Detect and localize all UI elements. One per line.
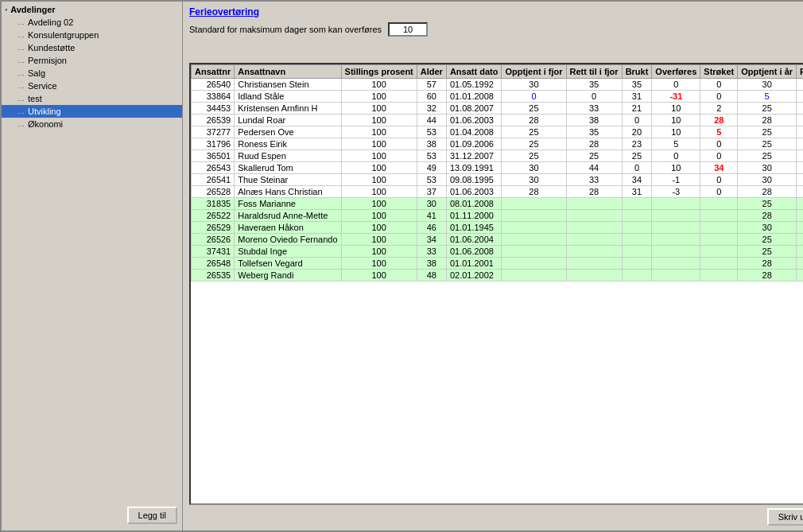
table-row[interactable]: 31796Roness Eirik1003801.09.200625282350… [192,138,804,150]
sidebar-item-konsulentgruppen[interactable]: …Konsulentgruppen [2,29,182,41]
table-row[interactable]: 26543Skallerud Tom1004913.09.19913044010… [192,162,804,174]
table-row[interactable]: 36501Ruud Espen1005331.12.20072525250025… [192,150,804,162]
table-cell [622,270,652,282]
table-cell [622,234,652,246]
sidebar-root[interactable]: ▪ Avdelinger [2,3,182,16]
table-row[interactable]: 26548Tollefsen Vegard1003801.01.20012823… [192,258,804,270]
table-row[interactable]: 26526Moreno Oviedo Fernando1003401.06.20… [192,234,804,246]
table-cell: 28 [738,115,797,126]
table-cell: 0 [700,174,738,186]
table-cell: Haraldsrud Anne-Mette [235,210,341,222]
table-cell [566,246,622,258]
table-cell: 33 [566,174,622,186]
table-cell: 26541 [192,174,235,186]
sidebar-item-service[interactable]: …Service [2,80,182,92]
table-cell: Thue Steinar [235,174,341,186]
table-cell: 5 [652,138,700,150]
table-cell: 53 [417,150,446,162]
table-cell [566,234,622,246]
table-cell: 37431 [192,246,235,258]
table-cell [622,258,652,270]
table-cell: 28 [738,186,797,198]
sidebar-item-test[interactable]: …test [2,92,182,105]
table-cell [502,246,566,258]
print-button[interactable]: Skriv ut [767,508,803,526]
table-cell: 100 [341,162,417,174]
table-wrapper: AnsattnrAnsattnavnStillings prosentAlder… [189,63,803,505]
table-cell: 100 [341,234,417,246]
table-cell: 28 [502,115,566,126]
table-cell: 01.06.2003 [446,186,502,198]
table-cell [502,222,566,234]
table-cell: 01.01.2001 [446,258,502,270]
table-cell: 0 [622,162,652,174]
table-row[interactable]: 26539Lundal Roar1004401.06.2003283801028… [192,115,804,126]
table-cell: 100 [341,258,417,270]
sidebar-item-kundestotte[interactable]: …Kundestøtte [2,41,182,54]
table-cell [622,210,652,222]
sidebar-item-label: Utvikling [28,107,61,116]
table-cell: 38 [797,115,803,126]
table-cell: 10 [652,126,700,138]
table-cell [700,222,738,234]
col-header: Ansattnr [192,65,235,79]
table-cell: 01.06.2004 [446,234,502,246]
table-cell: 48 [417,270,446,282]
table-cell: 22 [797,270,803,282]
table-cell: Idland Ståle [235,91,341,103]
sidebar-item-permisjon[interactable]: …Permisjon [2,54,182,67]
table-cell: 25 [502,138,566,150]
table-cell: 30 [797,138,803,150]
table-cell: 33 [417,246,446,258]
table-cell [502,270,566,282]
table-cell: 35 [566,79,622,91]
table-row[interactable]: 26535Weberg Randi1004802.01.20022822Over… [192,270,804,282]
table-cell: 21 [622,103,652,115]
table-cell: Alnæs Hans Christian [235,186,341,198]
table-row[interactable]: 31835Foss Marianne1003008.01.20082535Ove… [192,198,804,210]
sidebar-item-label: Avdeling 02 [28,17,73,27]
table-cell: -31 [652,91,700,103]
table-row[interactable]: 33864Idland Ståle1006001.01.20080031-310… [192,91,804,103]
table-row[interactable]: 37431Stubdal Inge1003301.06.20082535Over… [192,246,804,258]
table-row[interactable]: 26522Haraldsrud Anne-Mette1004101.11.200… [192,210,804,222]
sidebar-item-salg[interactable]: …Salg [2,67,182,80]
sidebar-item-okonomi[interactable]: …Økonomi [2,118,182,130]
col-header: Rett til i fjor [566,65,622,79]
table-row[interactable]: 26541Thue Steinar1005309.08.1995303334-1… [192,174,804,186]
table-cell: 100 [341,115,417,126]
col-header: Overføres [652,65,700,79]
sidebar-item-avdeling02[interactable]: …Avdeling 02 [2,16,182,29]
add-button[interactable]: Legg til [127,507,177,524]
table-cell [700,198,738,210]
sidebar-item-label: test [28,94,42,103]
table-cell: 08.01.2008 [446,198,502,210]
table-row[interactable]: 26540Christiansen Stein1005701.05.199230… [192,79,804,91]
col-header: Ansatt dato [446,65,502,79]
table-cell [700,258,738,270]
table-row[interactable]: 26528Alnæs Hans Christian1003701.06.2003… [192,186,804,198]
table-cell: 35 [622,79,652,91]
table-cell: 0 [700,150,738,162]
table-cell: 25 [738,234,797,246]
table-cell: 30 [417,198,446,210]
table-cell: 30 [502,79,566,91]
table-row[interactable]: 37277Pedersen Ove1005301.04.200825352010… [192,126,804,138]
col-header: Opptjent i år [738,65,797,79]
table-cell: Skallerud Tom [235,162,341,174]
remove-btn-row: Fjern [189,43,803,60]
sidebar: ▪ Avdelinger …Avdeling 02…Konsulentgrupp… [2,2,183,530]
table-cell: Christiansen Stein [235,79,341,91]
table-cell: 25 [502,103,566,115]
table-row[interactable]: 26529Haveraen Håkon1004601.01.19453036Ov… [192,222,804,234]
table-cell: 60 [417,91,446,103]
max-days-input[interactable] [388,22,428,37]
sidebar-item-utvikling[interactable]: …Utvikling [2,105,182,118]
bottom-bar: Skriv ut Utfør overføring [189,505,803,526]
table-cell: 26539 [192,115,235,126]
table-cell: 31796 [192,138,235,150]
table-cell: 25 [738,198,797,210]
table-row[interactable]: 34453Kristensen Arnfinn H1003201.08.2007… [192,103,804,115]
table-cell: 0 [566,91,622,103]
table-cell: 36 [797,222,803,234]
